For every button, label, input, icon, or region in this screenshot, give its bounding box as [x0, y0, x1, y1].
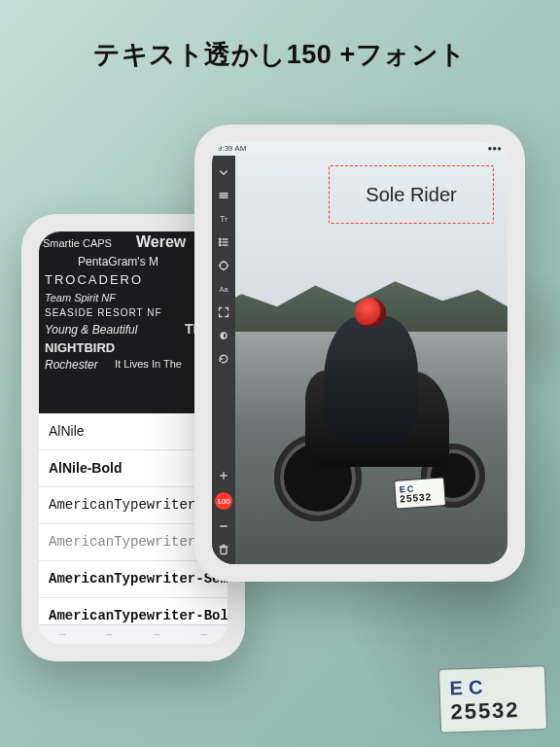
watermark-edit-box[interactable]: Sole Rider — [329, 165, 494, 224]
font-cloud-word: Rochester — [45, 358, 98, 372]
chevron-down-icon[interactable] — [217, 165, 230, 179]
svg-point-7 — [220, 241, 222, 243]
font-icon[interactable]: Aa — [217, 282, 230, 296]
font-list-row[interactable]: AmericanTypewriter-Bold — [39, 598, 228, 624]
font-cloud-word: NIGHTBIRD — [45, 340, 115, 355]
status-bar: 9:39 AM ●●● — [212, 142, 508, 156]
watermark-text: Sole Rider — [366, 184, 456, 206]
photo-canvas[interactable]: EC 25532 9:39 AM ●●● TTAa100 Sole Rider — [212, 142, 508, 564]
target-icon[interactable] — [217, 259, 230, 272]
rider-body — [324, 316, 418, 444]
svg-text:T: T — [225, 217, 228, 223]
tablet-right-screen: EC 25532 9:39 AM ●●● TTAa100 Sole Rider — [212, 142, 508, 564]
minus-icon[interactable] — [217, 519, 230, 533]
font-cloud-word: PentaGram's M — [78, 255, 158, 268]
font-cloud-word: Werew — [136, 233, 186, 251]
plus-icon[interactable] — [217, 469, 230, 482]
font-cloud-word: SEASIDE RESORT NF — [45, 307, 162, 318]
bg-plate-line1: EC — [449, 676, 489, 699]
list-icon[interactable] — [217, 235, 230, 249]
expand-icon[interactable] — [217, 305, 230, 319]
rider-helmet — [355, 298, 386, 327]
refresh-icon[interactable] — [217, 352, 230, 366]
brightness-icon[interactable] — [217, 329, 230, 342]
bottom-tab-item[interactable]: ⋯ — [154, 631, 160, 639]
plate-line2: 25532 — [400, 492, 432, 504]
font-list-row[interactable]: AmericanTypewriter-Semibold — [39, 561, 228, 598]
background-license-plate: EC 25532 — [438, 665, 547, 733]
font-cloud-word: Young & Beautiful — [45, 323, 137, 337]
svg-text:Aa: Aa — [220, 285, 229, 294]
font-cloud-word: It Lives In The — [115, 358, 182, 370]
value-chip[interactable]: 100 — [215, 492, 232, 510]
status-icons: ●●● — [488, 144, 503, 154]
status-time: 9:39 AM — [218, 144, 246, 154]
font-cloud-word: Smartie CAPS — [43, 237, 112, 249]
svg-rect-21 — [221, 548, 227, 554]
horizontal-lines-icon[interactable] — [217, 189, 230, 202]
bg-plate-line2: 25532 — [450, 697, 520, 725]
trash-icon[interactable] — [217, 543, 230, 556]
svg-point-5 — [220, 238, 222, 240]
photo-motorcycle: EC 25532 — [265, 302, 490, 530]
svg-point-9 — [220, 244, 222, 246]
bottom-tab-item[interactable]: ⋯ — [59, 631, 66, 639]
editor-toolbar: TTAa100 — [212, 156, 235, 564]
svg-point-11 — [220, 262, 228, 269]
font-cloud-word: TROCADERO — [45, 272, 143, 287]
bottom-tab-bar[interactable]: ⋯ ⋯ ⋯ ⋯ — [39, 624, 228, 644]
bottom-tab-item[interactable]: ⋯ — [106, 631, 113, 639]
text-tool-icon[interactable]: TT — [217, 212, 230, 226]
bottom-tab-item[interactable]: ⋯ — [200, 631, 207, 639]
license-plate: EC 25532 — [394, 477, 446, 510]
font-cloud-word: Team Spirit NF — [45, 292, 116, 303]
tablet-right: EC 25532 9:39 AM ●●● TTAa100 Sole Rider — [194, 124, 525, 582]
headline-text: テキスト透かし150 +フォント — [0, 37, 560, 72]
